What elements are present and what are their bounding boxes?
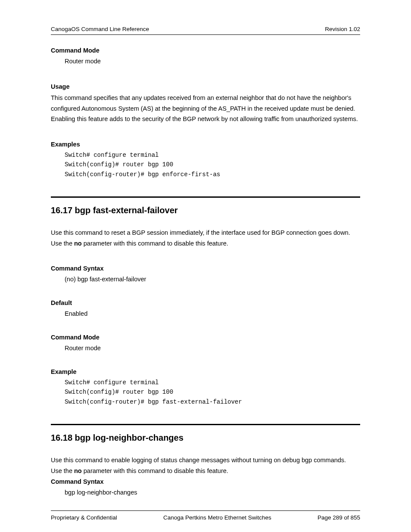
command-syntax-value-2: bgp log-neighbor-changes [51, 488, 360, 498]
section-title-1618: 16.18 bgp log-neighbor-changes [51, 433, 360, 443]
section-title-1617: 16.17 bgp fast-external-failover [51, 205, 360, 215]
command-mode-heading-2: Command Mode [51, 334, 360, 341]
command-mode-value: Router mode [51, 56, 360, 67]
usage-paragraph-2: Enabling this feature adds to the securi… [51, 114, 360, 124]
footer-right: Page 289 of 855 [318, 514, 360, 521]
command-syntax-heading: Command Syntax [51, 265, 360, 272]
section-divider [51, 196, 360, 198]
examples-code: Switch# configure terminal Switch(config… [51, 150, 360, 179]
header-left: CanogaOS Command Line Reference [51, 26, 149, 32]
no-keyword: no [74, 240, 82, 247]
command-syntax-value: (no) bgp fast-external-failover [51, 274, 360, 285]
sec2-intro-2: Use the no parameter with this command t… [51, 238, 360, 249]
sec3-intro-2a: Use the [51, 467, 74, 474]
sec2-intro-2a: Use the [51, 240, 74, 247]
sec2-intro-2c: parameter with this command to disable t… [82, 240, 228, 247]
examples-heading: Examples [51, 141, 360, 148]
page-header: CanogaOS Command Line Reference Revision… [51, 26, 360, 35]
sec2-intro-1: Use this command to reset a BGP session … [51, 227, 360, 238]
command-mode-value-2: Router mode [51, 343, 360, 354]
sec3-intro-2c: parameter with this command to disable t… [82, 467, 228, 474]
no-keyword-2: no [74, 467, 82, 474]
command-mode-heading: Command Mode [51, 47, 360, 54]
sec3-intro-2: Use the no parameter with this command t… [51, 466, 360, 476]
document-page: CanogaOS Command Line Reference Revision… [0, 0, 411, 532]
default-value: Enabled [51, 309, 360, 319]
page-footer: Proprietary & Confidential Canoga Pertki… [51, 510, 360, 521]
usage-paragraph-1: This command specifies that any updates … [51, 93, 360, 114]
example-code: Switch# configure terminal Switch(config… [51, 378, 360, 407]
command-syntax-heading-2: Command Syntax [51, 478, 360, 485]
footer-center: Canoga Pertkins Metro Ethernet Switches [163, 514, 271, 521]
default-heading: Default [51, 299, 360, 306]
sec3-intro-1: Use this command to enable logging of st… [51, 455, 360, 466]
usage-heading: Usage [51, 83, 360, 90]
section-divider-2 [51, 424, 360, 425]
header-right: Revision 1.02 [325, 26, 360, 32]
footer-left: Proprietary & Confidential [51, 514, 117, 521]
example-heading: Example [51, 368, 360, 375]
